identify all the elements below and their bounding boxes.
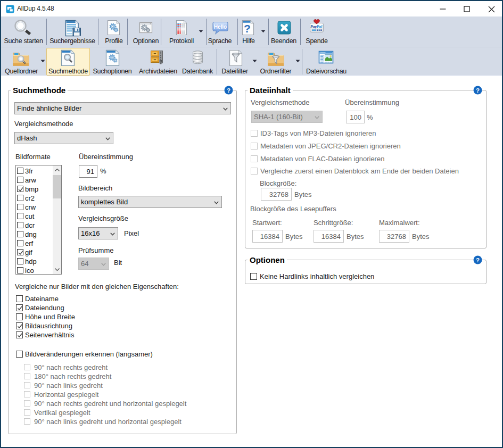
nav-button-label: Dateivorschau	[306, 68, 347, 76]
format-label: dng	[25, 230, 37, 238]
format-checkbox[interactable]	[17, 186, 23, 192]
format-checkbox[interactable]	[17, 222, 23, 228]
toolbar-button-label: Optionen	[133, 37, 159, 45]
properties-label: Vergleiche nur Bilder mit den gleichen E…	[15, 283, 179, 291]
toolbar-button-label: Spende	[306, 37, 327, 45]
help-question-glyph: ?	[244, 22, 251, 35]
suchmethode-help-icon[interactable]: ?	[224, 86, 233, 95]
check-icon	[17, 305, 23, 312]
dateiinhalt-group-title: Dateiinhalt	[248, 86, 293, 94]
format-checkbox[interactable]	[17, 177, 23, 183]
maximize-button[interactable]	[455, 2, 479, 16]
checkbox-rotated-90-right	[24, 364, 30, 370]
checkbox-hardlinks[interactable]	[250, 273, 257, 280]
toolbar-separator	[300, 19, 301, 45]
match-input[interactable]: 91	[79, 165, 97, 178]
list-scrollbar[interactable]	[53, 165, 61, 274]
scroll-up-button[interactable]	[53, 165, 61, 175]
format-checkbox[interactable]	[17, 231, 23, 237]
toolbar-button-label: Profile	[105, 37, 122, 45]
app-icon	[6, 5, 14, 13]
check-icon	[17, 323, 23, 330]
minimize-icon	[440, 9, 446, 10]
close-button[interactable]	[480, 2, 503, 16]
nav-button-label: Dateifilter	[221, 68, 248, 76]
checkbox-label: Keine Hardlinks inhaltlich vergleichen	[260, 272, 374, 280]
scrollbar-thumb[interactable]	[53, 175, 61, 198]
search-method-select[interactable]: Finde ähnliche Bilder	[14, 102, 231, 114]
donate-icon: Pay Pal	[308, 18, 326, 36]
scroll-down-button[interactable]	[53, 265, 61, 274]
maximalwert-input: 32768	[379, 230, 409, 243]
checkbox-label: Dateiname	[25, 295, 59, 303]
image-formats-list[interactable]: 3fr arw bmp cr2 crw cut dcr dng erf gif …	[15, 165, 62, 275]
checkbox-rotated-90-left-mirrored	[24, 418, 30, 425]
format-checkbox[interactable]	[17, 168, 23, 174]
checkbox-label: Seitenverhältnis	[25, 331, 75, 339]
checkbox-bildveraenderungen[interactable]	[16, 351, 23, 358]
dateifilter-dropdown-arrow[interactable]	[252, 60, 257, 63]
toolbar-separator	[46, 19, 47, 45]
compare-size-select[interactable]: 16x16	[78, 227, 118, 239]
checkbox-bildausrichtung[interactable]	[16, 322, 23, 329]
search-method-icon	[60, 49, 77, 66]
ordnerfilter-dropdown-arrow[interactable]	[295, 60, 300, 63]
nav-button-label: Suchoptionen	[93, 68, 132, 76]
suchmethode-group-title: Suchmethode	[11, 86, 68, 94]
toolbar-separator	[127, 19, 128, 45]
format-checkbox[interactable]	[17, 240, 23, 246]
checkbox-label: ID3-Tags von MP3-Dateien ignorieren	[260, 129, 376, 137]
checkbox-label: Dateiendung	[25, 304, 64, 312]
format-checkbox[interactable]	[17, 258, 23, 264]
hilfe-dropdown-arrow[interactable]	[261, 30, 266, 33]
format-label: cr2	[25, 194, 35, 202]
compare-size-label: Vergleichsgröße	[78, 214, 128, 222]
checkbox-id3-tags	[251, 130, 258, 137]
language-icon: Hello	[212, 19, 229, 36]
toolbar-separator	[98, 19, 98, 45]
check-icon	[17, 332, 23, 339]
toolbar-button-label: Suchergebnisse	[50, 37, 95, 45]
checkbox-rotated-90-right-mirrored	[24, 400, 30, 406]
minimize-button[interactable]	[431, 2, 455, 16]
archive-files-icon	[150, 49, 166, 66]
quellordner-dropdown-arrow[interactable]	[40, 60, 45, 63]
checkbox-seitenverhaeltnis[interactable]	[16, 331, 23, 338]
compare-method-select[interactable]: dHash	[14, 132, 113, 144]
format-checkbox[interactable]	[17, 195, 23, 201]
format-label: cut	[25, 212, 34, 220]
search-method-value: Finde ähnliche Bilder	[17, 104, 81, 112]
options-icon	[137, 19, 154, 36]
maximalwert-label: Maximalwert:	[379, 219, 420, 227]
image-area-label: Bildbereich	[78, 184, 112, 192]
chevron-down-icon	[101, 263, 106, 266]
window-border-top	[0, 0, 503, 1]
format-checkbox[interactable]	[17, 249, 23, 255]
blocksize-label: Blockgröße:	[260, 179, 296, 187]
format-label: arw	[25, 176, 36, 184]
protokoll-dropdown-arrow[interactable]	[199, 30, 203, 33]
checkbox-dateiendung[interactable]	[16, 304, 23, 311]
dateiinhalt-help-icon[interactable]: ?	[473, 86, 482, 95]
toolbar-button-label: Protokoll	[169, 37, 194, 45]
help-doc-icon: ?	[240, 19, 257, 36]
checkbox-dateiname[interactable]	[16, 295, 23, 302]
help-question-glyph: ?	[476, 87, 480, 94]
file-preview-icon	[318, 49, 334, 66]
compare-size-unit: Pixel	[124, 229, 139, 237]
checkbox-hoehe-breite[interactable]	[16, 313, 23, 320]
toolbar-separator	[206, 19, 207, 45]
checkbox-label: 90° nach rechts gedreht und horizontal g…	[34, 400, 186, 408]
format-checkbox[interactable]	[17, 204, 23, 210]
format-checkbox[interactable]	[17, 267, 23, 273]
checkbox-label: 90° nach links gedreht und horizontal ge…	[34, 418, 182, 426]
toolbar-button-label: Hilfe	[242, 37, 255, 45]
format-checkbox[interactable]	[17, 213, 23, 219]
checkbox-flac-metadata	[251, 155, 258, 162]
fc-match-label: Übereinstimmung	[345, 98, 399, 106]
optionen-help-icon[interactable]: ?	[473, 255, 482, 264]
chevron-down-icon	[315, 116, 319, 119]
match-label: Übereinstimmung	[79, 153, 133, 161]
image-area-select[interactable]: komplettes Bild	[78, 196, 222, 208]
image-area-value: komplettes Bild	[81, 198, 128, 206]
